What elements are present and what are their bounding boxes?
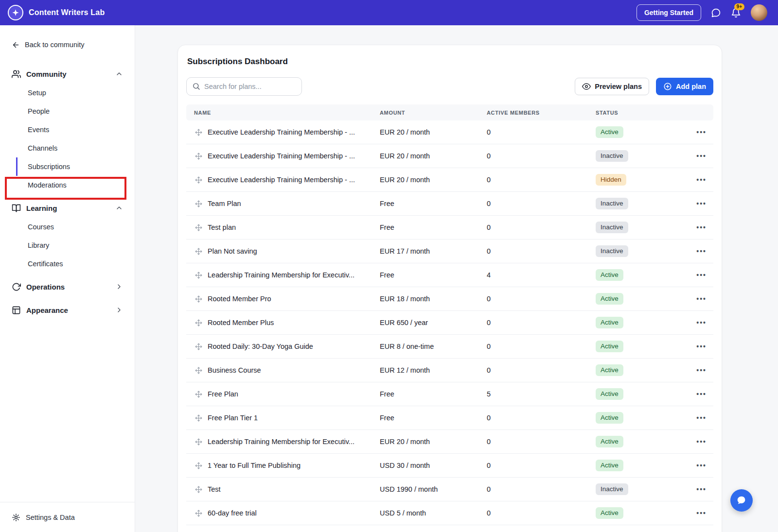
appearance-section-label: Appearance (26, 306, 110, 314)
row-menu-button[interactable]: ••• (696, 153, 707, 159)
drag-handle-icon[interactable] (195, 272, 202, 279)
drag-handle-icon[interactable] (195, 129, 202, 136)
row-menu-button[interactable]: ••• (696, 486, 707, 493)
learning-section-label: Learning (26, 204, 110, 212)
notifications-bell-icon[interactable]: 9+ (731, 8, 741, 18)
row-menu-button[interactable]: ••• (696, 295, 707, 302)
plan-active-members: 0 (487, 152, 596, 160)
sidebar-section-learning[interactable]: Learning (0, 198, 135, 218)
table-row: Test plan Free 0 Inactive ••• (186, 216, 713, 240)
status-badge: Hidden (596, 174, 626, 186)
drag-handle-icon[interactable] (195, 462, 202, 469)
plan-name: Executive Leadership Training Membership… (208, 128, 355, 136)
table-row: Test USD 1990 / month 0 Inactive ••• (186, 478, 713, 501)
sidebar-item-library[interactable]: Library (16, 236, 135, 255)
row-menu-button[interactable]: ••• (696, 414, 707, 421)
gear-icon (12, 513, 20, 522)
drag-handle-icon[interactable] (195, 224, 202, 231)
avatar[interactable] (751, 4, 767, 21)
getting-started-button[interactable]: Getting Started (637, 4, 701, 21)
row-menu-button[interactable]: ••• (696, 367, 707, 374)
row-menu-button[interactable]: ••• (696, 319, 707, 326)
main-content: Subscriptions Dashboard Preview plans (135, 25, 778, 532)
preview-plans-label: Preview plans (595, 83, 642, 90)
drag-handle-icon[interactable] (195, 391, 202, 398)
settings-label: Settings & Data (26, 514, 75, 521)
column-header-amount: AMOUNT (380, 110, 487, 116)
row-menu-button[interactable]: ••• (696, 438, 707, 445)
preview-plans-button[interactable]: Preview plans (575, 78, 649, 95)
search-input[interactable] (186, 77, 302, 96)
drag-handle-icon[interactable] (195, 200, 202, 207)
plan-name: Rooted Daily: 30-Day Yoga Guide (208, 343, 313, 350)
sidebar-section-community[interactable]: Community (0, 64, 135, 84)
drag-handle-icon[interactable] (195, 153, 202, 160)
plan-name: Executive Leadership Training Membership… (208, 176, 355, 184)
drag-handle-icon[interactable] (195, 414, 202, 422)
row-menu-button[interactable]: ••• (696, 248, 707, 255)
table-row: 1 Year to Full Time Publishing USD 30 / … (186, 454, 713, 478)
chat-icon[interactable] (711, 8, 721, 18)
back-to-community-link[interactable]: Back to community (12, 40, 123, 50)
plan-active-members: 0 (487, 509, 596, 517)
plan-amount: EUR 18 / month (380, 295, 487, 303)
plan-name: 1 Year to Full Time Publishing (208, 462, 301, 469)
row-menu-button[interactable]: ••• (696, 129, 707, 136)
community-section-label: Community (26, 70, 110, 78)
plan-amount: Free (380, 390, 487, 398)
plan-active-members: 0 (487, 247, 596, 255)
notification-badge: 9+ (734, 3, 744, 10)
drag-handle-icon[interactable] (195, 248, 202, 255)
app-logo-icon[interactable] (8, 5, 23, 20)
status-badge: Active (596, 507, 623, 519)
chat-launcher-button[interactable] (730, 489, 753, 512)
row-menu-button[interactable]: ••• (696, 272, 707, 278)
row-menu-button[interactable]: ••• (696, 176, 707, 183)
row-menu-button[interactable]: ••• (696, 224, 707, 231)
status-badge: Inactive (596, 222, 628, 234)
row-menu-button[interactable]: ••• (696, 343, 707, 350)
drag-handle-icon[interactable] (195, 486, 202, 493)
table-row: Free Plan Free 5 Active ••• (186, 382, 713, 406)
status-badge: Active (596, 388, 623, 400)
plan-amount: Free (380, 223, 487, 231)
add-plan-button[interactable]: Add plan (656, 78, 713, 95)
settings-and-data-link[interactable]: Settings & Data (0, 502, 135, 532)
row-menu-button[interactable]: ••• (696, 510, 707, 516)
row-menu-button[interactable]: ••• (696, 200, 707, 207)
drag-handle-icon[interactable] (195, 343, 202, 350)
drag-handle-icon[interactable] (195, 319, 202, 326)
sidebar-item-setup[interactable]: Setup (16, 84, 135, 102)
status-badge: Active (596, 436, 623, 448)
status-badge: Inactive (596, 245, 628, 257)
plan-active-members: 0 (487, 485, 596, 493)
drag-handle-icon[interactable] (195, 510, 202, 517)
drag-handle-icon[interactable] (195, 295, 202, 303)
sidebar-item-certificates[interactable]: Certificates (16, 255, 135, 273)
plan-amount: Free (380, 200, 487, 207)
appearance-icon (12, 306, 21, 315)
plus-circle-icon (663, 82, 672, 91)
table-row: 60-day free trial USD 5 / month 0 Active… (186, 501, 713, 525)
drag-handle-icon[interactable] (195, 367, 202, 374)
row-menu-button[interactable]: ••• (696, 391, 707, 397)
table-row: Executive Leadership Training Membership… (186, 120, 713, 144)
plan-name: Team Plan (208, 200, 241, 207)
sidebar-section-appearance[interactable]: Appearance (0, 300, 135, 320)
drag-handle-icon[interactable] (195, 438, 202, 446)
sidebar-item-events[interactable]: Events (16, 120, 135, 139)
sidebar-section-operations[interactable]: Operations (0, 277, 135, 296)
plan-active-members: 0 (487, 200, 596, 207)
sidebar-item-subscriptions[interactable]: Subscriptions (16, 157, 135, 176)
learning-icon (12, 204, 21, 213)
plan-name: Business Course (208, 366, 261, 374)
sidebar-item-channels[interactable]: Channels (16, 139, 135, 157)
column-header-status: STATUS (596, 110, 686, 116)
sidebar-item-people[interactable]: People (16, 102, 135, 120)
table-row: Leadership Training Membership for Execu… (186, 263, 713, 287)
sidebar-item-courses[interactable]: Courses (16, 218, 135, 236)
sidebar-item-moderations[interactable]: Moderations (16, 176, 135, 194)
plan-active-members: 5 (487, 390, 596, 398)
drag-handle-icon[interactable] (195, 176, 202, 184)
row-menu-button[interactable]: ••• (696, 462, 707, 469)
